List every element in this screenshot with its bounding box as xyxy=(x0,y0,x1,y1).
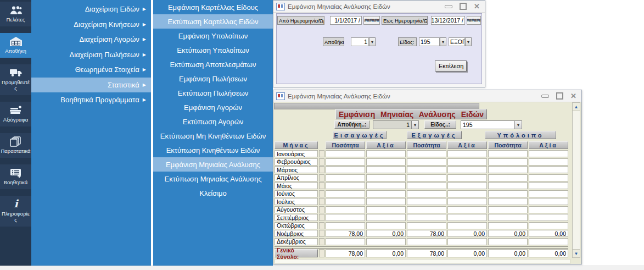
params-dialog-titlebar[interactable]: Εμφάνιση Μηνιαίας Ανάλυσης Ειδών ✕ xyxy=(273,1,485,13)
value-cell xyxy=(407,206,446,213)
to-date-input[interactable]: 13/12/2017 / xyxy=(431,16,465,25)
warehouse-dropdown-icon[interactable]: ▾ xyxy=(369,37,376,46)
warehouse-label: Αποθήκη..: xyxy=(334,120,369,129)
menu2-item[interactable]: Εκτύπωση Καρτέλλας Ειδών xyxy=(153,14,273,29)
menu2-item[interactable]: Εκτύπωση Μηνιαίας Ανάλυσης xyxy=(153,172,273,186)
item-code-combo-input[interactable]: 195 xyxy=(419,37,440,46)
vertical-scrollbar[interactable]: ▲ ▼ xyxy=(572,102,580,258)
scroll-down-icon[interactable]: ▼ xyxy=(573,249,580,257)
total-label: Γενικό Σύνολο: xyxy=(275,249,318,257)
item-code-dropdown-icon[interactable]: ▾ xyxy=(440,37,446,46)
menu2-item[interactable]: Εκτύπωση Αγορών xyxy=(153,114,273,129)
sidebar-item-label: Πελάτες xyxy=(7,16,25,23)
sidebar-item-securities[interactable]: Αξιόγραφα xyxy=(0,102,31,126)
close-icon[interactable]: ✕ xyxy=(570,92,576,100)
sidebar-item-suppliers[interactable]: Προμηθευτές xyxy=(0,64,31,95)
menu1-item[interactable]: Διαχείριση Αγορών▶ xyxy=(31,32,151,47)
submenu-arrow-icon: ▶ xyxy=(143,37,146,42)
window-controls: ✕ xyxy=(541,92,576,100)
from-time-input[interactable]: ###### xyxy=(363,16,380,25)
menu1-item[interactable]: Θεωρημένα Στοιχεία▶ xyxy=(31,62,151,78)
maximize-icon[interactable] xyxy=(556,92,563,100)
close-icon[interactable]: ✕ xyxy=(474,3,480,10)
menu2-item[interactable]: Εμφάνιση Πωλήσεων xyxy=(153,71,273,86)
submenu-arrow-icon: ▶ xyxy=(143,67,146,72)
menu1-item[interactable]: Διαχείριση Πωλήσεων▶ xyxy=(31,47,151,63)
value-cell xyxy=(488,214,528,221)
menu-item-label: Διαχείριση Κινήσεων xyxy=(74,20,139,29)
table-row: Ιανουάριος xyxy=(273,150,581,157)
value-cell xyxy=(407,182,446,189)
value-cell xyxy=(447,166,487,173)
sidebar-item-info[interactable]: iΠληροφορίες xyxy=(0,196,31,227)
warehouse-combo-input[interactable]: 1 xyxy=(351,37,369,46)
month-cell: Σεπτέμβριος xyxy=(275,214,318,221)
results-dialog-titlebar[interactable]: Εμφάνιση Μηνιαίας Ανάλυσης Ειδών ✕ xyxy=(273,90,581,102)
month-cell: Απρίλιος xyxy=(275,174,318,181)
menu-item-label: Εμφάνιση Πωλήσεων xyxy=(179,75,247,83)
menu-item-label: Κλείσιμο xyxy=(199,189,227,197)
menu2-item[interactable]: Εμφάνιση Μηνιαίας Ανάλυσης xyxy=(153,157,273,172)
results-dialog: Εμφάνιση Μηνιαίας Ανάλυσης Ειδών ✕ Εμφάν… xyxy=(273,90,582,265)
qty-column-header: Ποσότητα xyxy=(488,141,528,149)
sidebar-item-customers[interactable]: Πελάτες xyxy=(0,2,31,26)
menu2-item[interactable]: Εκτύπωση Μη Κινηθέντων Ειδών xyxy=(153,129,273,143)
submenu-arrow-icon: ▶ xyxy=(143,7,146,12)
row-spacer xyxy=(319,182,324,189)
sidebar-item-documents[interactable]: Παραστατικά xyxy=(0,133,31,158)
from-datetime-label: Από Ημερομηνία/Ώρα: xyxy=(277,16,324,25)
menu2-item[interactable]: Εκτύπωση Υπολοίπων xyxy=(153,43,273,57)
value-cell xyxy=(529,198,568,205)
menu-item-label: Εμφάνιση Υπολοίπων xyxy=(178,32,248,40)
dropdown-arrow-icon[interactable]: ▾ xyxy=(515,120,522,129)
menu2-item[interactable]: Εκτύπωση Αποτελεσμάτων xyxy=(153,57,273,71)
submenu-arrow-icon: ▶ xyxy=(143,82,146,87)
menu2-item[interactable]: Εμφάνιση Υπολοίπων xyxy=(153,29,273,43)
from-date-input[interactable]: 1/1/2017 / xyxy=(330,16,362,25)
menu2-item[interactable]: Εμφάνιση Αγορών xyxy=(153,100,273,114)
value-cell xyxy=(447,214,487,221)
value-cell xyxy=(447,198,487,205)
menu2-item[interactable]: Εκτύπωση Κινηθέντων Ειδών xyxy=(153,143,273,157)
menu-item-label: Εκτύπωση Κινηθέντων Ειδών xyxy=(166,146,260,155)
menu2-item[interactable]: Κλείσιμο xyxy=(153,186,273,200)
item-category-combo-input[interactable]: ΕΞΟΠΛΙ xyxy=(449,37,465,46)
qty-column-header: Ποσότητα xyxy=(326,141,365,149)
menu1-item[interactable]: Διαχείριση Κινήσεων▶ xyxy=(31,17,151,32)
value-cell xyxy=(326,222,365,229)
warehouse-combo[interactable]: 1 ▾ xyxy=(373,120,419,129)
table-row: Μάιος xyxy=(273,182,581,189)
sidebar-item-warehouse[interactable]: Αποθήκη xyxy=(0,33,31,58)
value-cell: 0,00 xyxy=(447,230,487,237)
minimize-icon[interactable] xyxy=(541,95,549,98)
maximize-icon[interactable] xyxy=(460,3,467,10)
sidebar-item-utilities[interactable]: Βοηθητικά xyxy=(0,164,31,189)
value-cell xyxy=(488,174,528,181)
table-row: Οκτώβριος xyxy=(273,222,581,229)
item-combo[interactable]: 195 ▾ xyxy=(461,120,522,129)
value-cell xyxy=(529,222,568,229)
menu1-item[interactable]: Βοηθητικά Προγράμματα▶ xyxy=(31,92,151,108)
month-column-header: Μήνας xyxy=(275,141,318,149)
menu2-item[interactable]: Εκτύπωση Πωλήσεων xyxy=(153,86,273,100)
to-time-input[interactable]: ###### xyxy=(467,16,481,25)
minimize-icon[interactable] xyxy=(445,5,452,8)
value-cell xyxy=(447,206,487,213)
value-cell xyxy=(407,190,446,197)
value-cell: 78,00 xyxy=(326,230,365,237)
menu1-item[interactable]: Διαχείριση Ειδών▶ xyxy=(31,2,151,17)
table-header-row: Μήνας Ποσότητα Αξία Ποσότητα Αξία Ποσότη… xyxy=(273,141,581,149)
menu-item-label: Θεωρημένα Στοιχεία xyxy=(75,65,139,74)
menu1-item[interactable]: Στατιστικά▶ xyxy=(31,78,151,93)
item-category-dropdown-icon[interactable]: ▾ xyxy=(465,37,472,46)
value-cell xyxy=(447,190,487,197)
value-cell xyxy=(366,158,406,166)
menu2-item[interactable]: Εμφάνιση Καρτέλλας Είδους xyxy=(153,0,273,14)
value-cell: 78,00 xyxy=(407,230,446,237)
dropdown-arrow-icon[interactable]: ▾ xyxy=(412,120,419,129)
value-cell xyxy=(407,214,446,221)
total-separator xyxy=(275,246,568,249)
execute-button[interactable]: Εκτέλεση xyxy=(435,60,467,71)
value-cell xyxy=(366,166,406,173)
scroll-up-icon[interactable]: ▲ xyxy=(573,103,580,111)
